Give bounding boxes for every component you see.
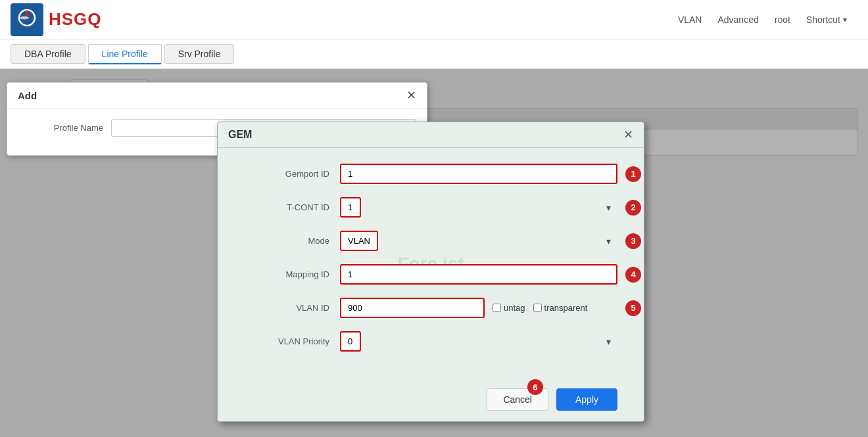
nav-user[interactable]: root xyxy=(775,14,790,25)
step-2-badge: 2 xyxy=(625,200,641,216)
gem-dialog-close-button[interactable]: ✕ xyxy=(623,129,633,141)
logo-text: HSGQ xyxy=(49,9,102,30)
mode-select[interactable]: VLAN xyxy=(340,231,378,251)
tab-srv-profile[interactable]: Srv Profile xyxy=(164,44,235,64)
tcont-id-row: T-CONT ID 1 2 xyxy=(244,197,617,218)
tab-line-profile[interactable]: Line Profile xyxy=(88,44,162,64)
mapping-id-input[interactable] xyxy=(340,264,617,285)
apply-btn-wrapper: 6 Cancel xyxy=(487,388,548,411)
step-5-badge: 5 xyxy=(625,300,641,316)
untag-checkbox-label: untag xyxy=(493,303,525,313)
header: HSGQ VLAN Advanced root Shortcut xyxy=(0,0,868,39)
untag-label: untag xyxy=(504,303,525,313)
profile-name-label: Profile Name xyxy=(18,123,103,133)
content-area: Display Type: All Profile Name Setting d… xyxy=(0,69,868,437)
gem-dialog-body: Fore ist Gemport ID 1 T-CONT ID 1 2 Mode xyxy=(218,148,644,380)
tab-dba-profile[interactable]: DBA Profile xyxy=(11,44,85,64)
tcont-id-select[interactable]: 1 xyxy=(340,197,361,218)
vlan-id-controls: untag transparent xyxy=(340,298,617,318)
mode-row: Mode VLAN 3 xyxy=(244,231,617,251)
mapping-id-label: Mapping ID xyxy=(244,269,329,279)
mapping-id-row: Mapping ID 4 xyxy=(244,264,617,285)
tcont-id-select-wrapper: 1 xyxy=(340,197,617,218)
gem-dialog-title: GEM xyxy=(228,129,252,141)
add-dialog-title: Add xyxy=(18,90,37,101)
step-1-badge: 1 xyxy=(625,166,641,182)
gem-dialog: GEM ✕ Fore ist Gemport ID 1 T-CONT ID 1 … xyxy=(217,122,644,422)
step-6-badge: 6 xyxy=(527,379,543,395)
nav-vlan[interactable]: VLAN xyxy=(678,14,702,25)
add-dialog-close-button[interactable]: ✕ xyxy=(406,89,416,101)
mode-label: Mode xyxy=(244,236,329,246)
gemport-id-label: Gemport ID xyxy=(244,169,329,179)
logo-area: HSGQ xyxy=(11,3,228,36)
vlan-priority-select-wrapper: 0 xyxy=(340,331,617,352)
gemport-id-row: Gemport ID 1 xyxy=(244,164,617,184)
gem-dialog-footer: 6 Cancel Apply xyxy=(218,380,644,421)
vlan-priority-row: VLAN Priority 0 xyxy=(244,331,617,352)
logo-icon xyxy=(11,3,43,36)
vlan-priority-select[interactable]: 0 xyxy=(340,331,361,352)
add-dialog-header: Add ✕ xyxy=(7,83,427,108)
nav-shortcut[interactable]: Shortcut xyxy=(806,14,847,25)
subnav: DBA Profile Line Profile Srv Profile xyxy=(0,39,868,69)
untag-checkbox[interactable] xyxy=(493,304,501,312)
vlan-priority-label: VLAN Priority xyxy=(244,336,329,346)
vlan-id-row: VLAN ID untag transparent 5 xyxy=(244,298,617,318)
gemport-id-input[interactable] xyxy=(340,164,617,184)
nav-advanced[interactable]: Advanced xyxy=(717,14,758,25)
vlan-id-input[interactable] xyxy=(340,298,485,318)
tcont-id-label: T-CONT ID xyxy=(244,202,329,212)
apply-button[interactable]: Apply xyxy=(556,388,617,411)
header-nav: VLAN Advanced root Shortcut xyxy=(228,14,857,25)
transparent-checkbox[interactable] xyxy=(533,304,542,312)
mode-select-wrapper: VLAN xyxy=(340,231,617,251)
step-4-badge: 4 xyxy=(625,267,641,283)
vlan-id-label: VLAN ID xyxy=(244,303,329,313)
transparent-label: transparent xyxy=(544,303,588,313)
step-3-badge: 3 xyxy=(625,233,641,249)
gem-dialog-header: GEM ✕ xyxy=(218,122,644,148)
transparent-checkbox-label: transparent xyxy=(533,303,588,313)
